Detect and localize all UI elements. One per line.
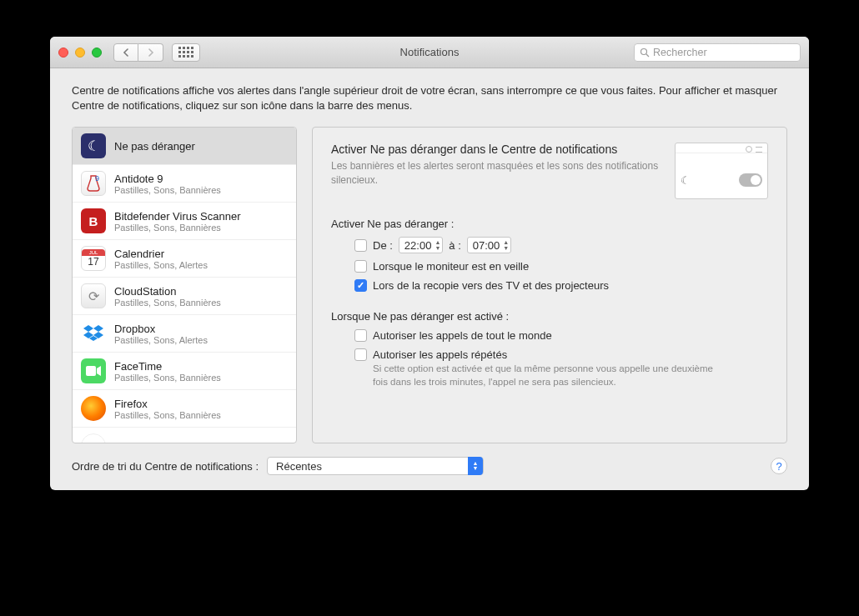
stepper-icon[interactable]: ▲▼ xyxy=(435,239,440,251)
intro-text: Centre de notifications affiche vos aler… xyxy=(72,83,787,113)
svg-text:9: 9 xyxy=(95,174,99,183)
zoom-button[interactable] xyxy=(92,48,102,58)
stepper-icon[interactable]: ▲▼ xyxy=(503,239,509,251)
grid-icon xyxy=(178,47,193,58)
sidebar-item-facetime[interactable]: FaceTime Pastilles, Sons, Bannières xyxy=(73,353,296,390)
repeated-calls-note: Si cette option est activée et que la mê… xyxy=(354,363,721,388)
opt-mirroring: Lors de la recopie vers des TV et des pr… xyxy=(373,279,609,292)
help-button[interactable]: ? xyxy=(771,458,787,474)
sidebar-item-label: Calendrier xyxy=(114,248,208,260)
time-to-input[interactable]: 07:00 ▲▼ xyxy=(467,237,511,253)
moon-icon xyxy=(81,133,106,158)
detail-title: Activer Ne pas déranger dans le Centre d… xyxy=(331,143,665,156)
sidebar-item-sub: Pastilles, Sons, Bannières xyxy=(114,298,221,308)
chevron-left-icon xyxy=(123,48,129,57)
from-label: De : xyxy=(373,239,393,252)
facetime-icon xyxy=(81,358,106,383)
preferences-window: Notifications Centre de notifications af… xyxy=(50,37,809,490)
sidebar-item-sub: Pastilles, Sons, Bannières xyxy=(114,223,241,233)
search-input[interactable] xyxy=(653,47,795,58)
svg-line-1 xyxy=(646,54,649,57)
opt-display-sleep: Lorsque le moniteur est en veille xyxy=(373,260,529,273)
checkbox-from-to[interactable] xyxy=(354,239,367,252)
detail-subtitle: Les bannières et les alertes seront masq… xyxy=(331,159,665,186)
window-controls xyxy=(58,48,102,58)
dropbox-icon xyxy=(81,321,106,346)
firefox-icon xyxy=(81,396,106,421)
sidebar-item-label: Ne pas déranger xyxy=(114,140,195,153)
sort-order-value: Récentes xyxy=(276,460,322,473)
checkbox-mirroring[interactable] xyxy=(354,279,367,292)
section-when-on: Lorsque Ne pas déranger est activé : xyxy=(331,310,768,323)
checkbox-allow-everyone[interactable] xyxy=(354,329,367,342)
sidebar-item-label: FaceTime xyxy=(114,360,221,373)
svg-marker-4 xyxy=(93,325,103,332)
sidebar-item-sub: Pastilles, Sons, Alertes xyxy=(114,260,208,270)
sidebar-item-dropbox[interactable]: Dropbox Pastilles, Sons, Alertes xyxy=(73,315,296,353)
opt-allow-everyone: Autoriser les appels de tout le monde xyxy=(373,329,552,342)
sidebar-item-dnd[interactable]: Ne pas déranger xyxy=(73,128,296,165)
sidebar-item-label: Antidote 9 xyxy=(114,173,221,185)
sidebar-item-label: Firefox xyxy=(114,398,221,410)
app-list[interactable]: Ne pas déranger 9 Antidote 9 Pastilles, … xyxy=(72,127,297,443)
time-to-value: 07:00 xyxy=(473,239,500,252)
sidebar-item-firefox[interactable]: Firefox Pastilles, Sons, Bannières xyxy=(73,390,296,428)
close-button[interactable] xyxy=(58,48,68,58)
sidebar-item-antidote[interactable]: 9 Antidote 9 Pastilles, Sons, Bannières xyxy=(73,165,296,203)
section-turn-on: Activer Ne pas déranger : xyxy=(331,218,768,230)
checkbox-display-sleep[interactable] xyxy=(354,260,367,273)
svg-rect-8 xyxy=(86,366,96,376)
time-from-value: 22:00 xyxy=(404,239,432,252)
search-field[interactable] xyxy=(634,43,801,62)
time-from-input[interactable]: 22:00 ▲▼ xyxy=(399,237,443,253)
notification-center-preview: ☾ xyxy=(675,143,768,199)
svg-marker-3 xyxy=(83,325,93,332)
back-button[interactable] xyxy=(113,43,138,62)
nav-buttons xyxy=(113,43,163,62)
sidebar-item-label: CloudStation xyxy=(114,285,221,298)
sort-order-select[interactable]: Récentes ▲▼ xyxy=(267,457,484,475)
sort-order-label: Ordre de tri du Centre de notifications … xyxy=(72,460,259,473)
sidebar-item-sub: Pastilles, Sons, Bannières xyxy=(114,185,221,195)
sidebar-item-calendar[interactable]: JUL17 Calendrier Pastilles, Sons, Alerte… xyxy=(73,240,296,278)
sidebar-item-cloudstation[interactable]: ⟳ CloudStation Pastilles, Sons, Bannière… xyxy=(73,278,296,315)
search-icon xyxy=(640,48,650,58)
sidebar-item-label: iTunes xyxy=(114,440,147,444)
bitdefender-icon: B xyxy=(81,208,106,233)
toggle-icon xyxy=(739,173,762,187)
svg-point-0 xyxy=(641,48,647,54)
sidebar-item-label: Bitdefender Virus Scanner xyxy=(114,210,241,223)
sidebar-item-bitdefender[interactable]: B Bitdefender Virus Scanner Pastilles, S… xyxy=(73,203,296,240)
detail-pane: Activer Ne pas déranger dans le Centre d… xyxy=(312,127,787,443)
chevron-right-icon xyxy=(148,48,154,57)
calendar-icon: JUL17 xyxy=(81,246,106,271)
select-arrows-icon: ▲▼ xyxy=(468,457,483,475)
sidebar-item-sub: Pastilles, Sons, Bannières xyxy=(114,373,221,383)
minimize-button[interactable] xyxy=(75,48,85,58)
checkbox-allow-repeated[interactable] xyxy=(354,348,367,361)
show-all-button[interactable] xyxy=(172,43,200,62)
sidebar-item-label: Dropbox xyxy=(114,323,208,335)
sidebar-item-itunes[interactable]: ♪ iTunes xyxy=(73,428,296,443)
titlebar: Notifications xyxy=(50,37,809,68)
footer: Ordre de tri du Centre de notifications … xyxy=(72,457,787,475)
cloudstation-icon: ⟳ xyxy=(81,283,106,308)
antidote-icon: 9 xyxy=(81,171,106,196)
opt-allow-repeated: Autoriser les appels répétés xyxy=(373,348,507,361)
sidebar-item-sub: Pastilles, Sons, Alertes xyxy=(114,335,208,345)
window-body: Centre de notifications affiche vos aler… xyxy=(50,68,809,490)
to-label: à : xyxy=(449,239,460,252)
sidebar-item-sub: Pastilles, Sons, Bannières xyxy=(114,410,221,420)
itunes-icon: ♪ xyxy=(81,433,106,443)
moon-icon: ☾ xyxy=(681,174,691,187)
forward-button[interactable] xyxy=(138,43,163,62)
